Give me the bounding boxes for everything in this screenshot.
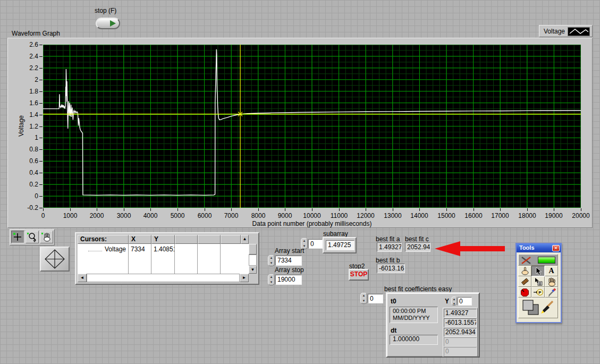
dt-label: dt [391,327,396,334]
pan-tool-button[interactable] [40,231,53,243]
stop2-button[interactable]: STOP [349,269,369,281]
t0-label: t0 [391,298,396,305]
best-fit-a-label: best fit a [376,235,400,243]
shortcut-menu-tool-button[interactable] [531,276,545,287]
x-tick-mark [446,208,447,211]
y-tick-label: 2.2 [20,64,38,72]
breakpoint-tool-button[interactable] [518,287,531,298]
cursor-tool-button[interactable] [11,231,24,243]
best-fit-c-value: 2052.94 [405,242,430,252]
array-start-field[interactable]: 7334 [275,256,302,266]
subarray-label: subarray [323,230,348,238]
y-tick-label: 0.2 [20,181,38,188]
scroll-thumb[interactable] [249,244,257,255]
cursor-row-blank-cell [221,244,241,274]
x-tick-mark [43,208,44,211]
best-fit-cluster: t0 00:00:00 PM MM/DD/YYYY dt 1.000000 Y … [386,292,480,358]
y-tick-mark [39,208,43,208]
cursor-row-x-cell[interactable]: 7334 [129,244,151,274]
menu-cursor-icon [534,277,543,286]
scroll-down-button[interactable]: ▼ [249,266,257,274]
x-tick-mark [150,208,151,211]
x-tick-mark [97,208,97,211]
edit-text-tool-button[interactable]: A [545,266,558,276]
color-copy-tool-button[interactable] [545,287,558,298]
graph-title: Waveform Graph [12,30,60,37]
operate-value-tool-button[interactable] [518,266,531,276]
array-stop-spinner[interactable]: ▲▼ [268,274,275,285]
x-tick-mark [581,208,581,211]
y-tick-label: 2.4 [20,53,38,60]
scroll-up-button[interactable]: ▲ [241,235,249,244]
cursor-row-blank-cell [198,244,221,274]
x-tick-mark [70,208,71,211]
set-color-icon [520,299,557,317]
vertical-scrollbar[interactable]: ▼ [249,244,257,274]
scroll-right-button[interactable]: ► [240,274,249,282]
cursor-col-x: X [129,235,151,244]
cursor-col-blank3 [221,235,241,244]
y-tick-mark [39,103,43,104]
y-tick-mark [39,184,43,185]
stopf-button[interactable] [96,18,120,29]
y-tick-label: 0.8 [20,146,38,153]
x-tick-mark [474,208,474,211]
scroll-tool-button[interactable] [545,276,558,287]
cursor-rows: Voltage 7334 1.40851 [78,244,249,274]
y-array-cell-disabled: 0 [444,337,477,346]
array-stop-field[interactable]: 19000 [275,275,302,285]
auto-tool-led-icon [538,257,555,264]
plot-legend[interactable]: Voltage [539,25,593,37]
cursor-row-name-cell[interactable]: Voltage [78,244,129,274]
array-start-spinner[interactable]: ▲▼ [268,255,275,266]
cluster-index-field[interactable]: 0 [368,294,383,303]
horizontal-scrollbar[interactable]: ◄ ► [78,274,257,282]
wire-tool-button[interactable] [518,276,531,287]
auto-tool-select-button[interactable] [518,254,558,266]
scroll-left-button[interactable]: ◄ [78,274,87,282]
x-tick-mark [393,208,393,211]
y-tick-mark [39,68,43,69]
wire-spool-icon [520,277,530,286]
zoom-tool-button[interactable] [26,231,39,243]
cursor-row-blank-cell [175,244,198,274]
front-panel: { "stop_button": { "label": "stop (F)" }… [0,0,600,364]
x-tick-mark [312,208,312,211]
scroll-hand-icon [547,277,556,286]
subarray-index-field[interactable]: 0 [308,239,323,249]
cluster-index-spinner[interactable]: ▲▼ [360,293,367,304]
y-tick-mark [39,91,43,92]
cluster-label: best fit coefficients easy [384,285,452,293]
cursor-legend: Cursors: X Y ▲ Voltage 7334 1.40851 ▼ [75,232,259,285]
close-icon[interactable]: ✕ [552,245,560,251]
y-array-index-field[interactable]: 0 [458,297,472,306]
tools-titlebar[interactable]: Tools ✕ [517,244,561,252]
cursor-mover-button[interactable] [40,247,70,272]
breakpoint-octagon-icon [520,288,529,297]
y-array-cell: -6013.1557 [444,318,477,327]
x-tick-mark [285,208,285,211]
tools-title-text: Tools [519,244,535,251]
y-tick-mark [39,80,43,80]
svg-text:P: P [538,290,542,295]
x-axis-title: Data point number (probably milliseconds… [43,220,581,227]
y-array-index-spinner[interactable]: ▲▼ [451,297,457,306]
eyedropper-icon [547,288,556,297]
probe-tool-button[interactable]: P [531,287,545,298]
x-tick-mark [554,208,554,211]
position-select-tool-button[interactable] [531,266,545,276]
y-tick-mark [39,56,43,57]
set-color-tool-button[interactable] [518,298,558,318]
best-fit-b-label: best fit b [376,257,400,264]
y-tick-mark [39,138,43,138]
operate-hand-icon [520,267,530,275]
y-tick-mark [39,161,43,162]
best-fit-a-value: 1.49327 [377,242,402,252]
cursor-row-y-cell[interactable]: 1.40851 [151,244,175,274]
y-array-cell-disabled: 0 [444,347,477,356]
graph-palette [10,229,55,246]
brush-icon [541,301,553,314]
x-tick-mark [500,208,501,211]
x-tick-mark [258,208,259,211]
plot-area[interactable] [43,45,581,208]
